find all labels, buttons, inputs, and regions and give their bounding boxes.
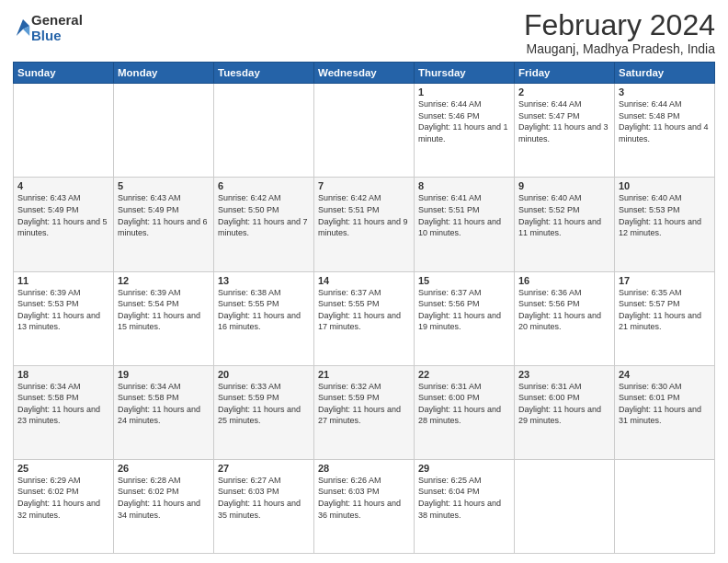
table-row: 13Sunrise: 6:38 AM Sunset: 5:55 PM Dayli…	[214, 271, 314, 365]
col-friday: Friday	[515, 63, 615, 84]
day-info: Sunrise: 6:42 AM Sunset: 5:50 PM Dayligh…	[218, 192, 310, 238]
day-info: Sunrise: 6:44 AM Sunset: 5:46 PM Dayligh…	[418, 98, 510, 144]
day-info: Sunrise: 6:32 AM Sunset: 5:59 PM Dayligh…	[318, 381, 410, 427]
day-info: Sunrise: 6:31 AM Sunset: 6:00 PM Dayligh…	[518, 381, 610, 427]
day-number: 24	[619, 369, 711, 380]
table-row	[214, 84, 314, 178]
day-info: Sunrise: 6:29 AM Sunset: 6:02 PM Dayligh…	[17, 475, 109, 521]
table-row: 24Sunrise: 6:30 AM Sunset: 6:01 PM Dayli…	[615, 365, 715, 459]
week-row-2: 11Sunrise: 6:39 AM Sunset: 5:53 PM Dayli…	[14, 271, 715, 365]
calendar-header-row: Sunday Monday Tuesday Wednesday Thursday…	[14, 63, 715, 84]
day-number: 16	[518, 275, 610, 286]
day-number: 8	[418, 180, 510, 191]
header-right: February 2024 Mauganj, Madhya Pradesh, I…	[524, 9, 715, 56]
day-info: Sunrise: 6:44 AM Sunset: 5:48 PM Dayligh…	[619, 98, 711, 144]
table-row	[14, 84, 114, 178]
day-number: 5	[118, 180, 210, 191]
week-row-4: 25Sunrise: 6:29 AM Sunset: 6:02 PM Dayli…	[14, 459, 715, 553]
day-info: Sunrise: 6:26 AM Sunset: 6:03 PM Dayligh…	[318, 475, 410, 521]
table-row: 22Sunrise: 6:31 AM Sunset: 6:00 PM Dayli…	[415, 365, 515, 459]
table-row: 2Sunrise: 6:44 AM Sunset: 5:47 PM Daylig…	[515, 84, 615, 178]
day-info: Sunrise: 6:39 AM Sunset: 5:54 PM Dayligh…	[118, 287, 210, 333]
day-number: 2	[518, 86, 610, 98]
header: General Blue February 2024 Mauganj, Madh…	[13, 9, 715, 56]
day-number: 7	[318, 180, 410, 191]
day-info: Sunrise: 6:37 AM Sunset: 5:55 PM Dayligh…	[318, 287, 410, 333]
logo-general-text: General	[31, 13, 83, 29]
calendar-title: February 2024	[524, 9, 715, 41]
col-wednesday: Wednesday	[314, 63, 415, 84]
table-row: 25Sunrise: 6:29 AM Sunset: 6:02 PM Dayli…	[14, 459, 114, 553]
day-number: 3	[619, 86, 711, 98]
day-number: 13	[218, 275, 310, 286]
table-row: 27Sunrise: 6:27 AM Sunset: 6:03 PM Dayli…	[214, 459, 314, 553]
table-row: 6Sunrise: 6:42 AM Sunset: 5:50 PM Daylig…	[214, 178, 314, 271]
table-row: 11Sunrise: 6:39 AM Sunset: 5:53 PM Dayli…	[14, 271, 114, 365]
day-number: 25	[17, 463, 109, 474]
logo-bird-icon	[15, 17, 31, 38]
day-number: 17	[619, 275, 711, 286]
table-row: 7Sunrise: 6:42 AM Sunset: 5:51 PM Daylig…	[314, 178, 415, 271]
week-row-0: 1Sunrise: 6:44 AM Sunset: 5:46 PM Daylig…	[14, 84, 715, 178]
table-row: 3Sunrise: 6:44 AM Sunset: 5:48 PM Daylig…	[615, 84, 715, 178]
day-number: 11	[17, 275, 109, 286]
day-info: Sunrise: 6:36 AM Sunset: 5:56 PM Dayligh…	[518, 287, 610, 333]
day-number: 14	[318, 275, 410, 286]
table-row	[515, 459, 615, 553]
day-number: 9	[518, 180, 610, 191]
table-row: 17Sunrise: 6:35 AM Sunset: 5:57 PM Dayli…	[615, 271, 715, 365]
table-row: 18Sunrise: 6:34 AM Sunset: 5:58 PM Dayli…	[14, 365, 114, 459]
calendar-table: Sunday Monday Tuesday Wednesday Thursday…	[13, 62, 715, 554]
day-info: Sunrise: 6:35 AM Sunset: 5:57 PM Dayligh…	[619, 287, 711, 333]
table-row: 12Sunrise: 6:39 AM Sunset: 5:54 PM Dayli…	[114, 271, 214, 365]
day-info: Sunrise: 6:39 AM Sunset: 5:53 PM Dayligh…	[17, 287, 109, 333]
day-info: Sunrise: 6:28 AM Sunset: 6:02 PM Dayligh…	[118, 475, 210, 521]
day-info: Sunrise: 6:40 AM Sunset: 5:52 PM Dayligh…	[518, 192, 610, 238]
col-thursday: Thursday	[415, 63, 515, 84]
col-monday: Monday	[114, 63, 214, 84]
table-row: 10Sunrise: 6:40 AM Sunset: 5:53 PM Dayli…	[615, 178, 715, 271]
day-info: Sunrise: 6:43 AM Sunset: 5:49 PM Dayligh…	[118, 192, 210, 238]
day-info: Sunrise: 6:27 AM Sunset: 6:03 PM Dayligh…	[218, 475, 310, 521]
day-info: Sunrise: 6:40 AM Sunset: 5:53 PM Dayligh…	[619, 192, 711, 238]
day-info: Sunrise: 6:34 AM Sunset: 5:58 PM Dayligh…	[17, 381, 109, 427]
day-number: 26	[118, 463, 210, 474]
day-number: 21	[318, 369, 410, 380]
day-info: Sunrise: 6:34 AM Sunset: 5:58 PM Dayligh…	[118, 381, 210, 427]
table-row: 1Sunrise: 6:44 AM Sunset: 5:46 PM Daylig…	[415, 84, 515, 178]
day-info: Sunrise: 6:31 AM Sunset: 6:00 PM Dayligh…	[418, 381, 510, 427]
day-number: 20	[218, 369, 310, 380]
day-number: 6	[218, 180, 310, 191]
day-number: 27	[218, 463, 310, 474]
week-row-3: 18Sunrise: 6:34 AM Sunset: 5:58 PM Dayli…	[14, 365, 715, 459]
table-row: 21Sunrise: 6:32 AM Sunset: 5:59 PM Dayli…	[314, 365, 415, 459]
day-info: Sunrise: 6:42 AM Sunset: 5:51 PM Dayligh…	[318, 192, 410, 238]
table-row	[114, 84, 214, 178]
day-number: 28	[318, 463, 410, 474]
day-number: 15	[418, 275, 510, 286]
table-row: 15Sunrise: 6:37 AM Sunset: 5:56 PM Dayli…	[415, 271, 515, 365]
col-sunday: Sunday	[14, 63, 114, 84]
day-info: Sunrise: 6:41 AM Sunset: 5:51 PM Dayligh…	[418, 192, 510, 238]
day-number: 1	[418, 86, 510, 98]
day-info: Sunrise: 6:38 AM Sunset: 5:55 PM Dayligh…	[218, 287, 310, 333]
day-number: 23	[518, 369, 610, 380]
day-number: 22	[418, 369, 510, 380]
table-row	[615, 459, 715, 553]
table-row: 14Sunrise: 6:37 AM Sunset: 5:55 PM Dayli…	[314, 271, 415, 365]
day-number: 29	[418, 463, 510, 474]
table-row: 23Sunrise: 6:31 AM Sunset: 6:00 PM Dayli…	[515, 365, 615, 459]
day-info: Sunrise: 6:25 AM Sunset: 6:04 PM Dayligh…	[418, 475, 510, 521]
table-row: 16Sunrise: 6:36 AM Sunset: 5:56 PM Dayli…	[515, 271, 615, 365]
calendar-subtitle: Mauganj, Madhya Pradesh, India	[524, 41, 715, 56]
day-number: 18	[17, 369, 109, 380]
day-number: 12	[118, 275, 210, 286]
table-row: 19Sunrise: 6:34 AM Sunset: 5:58 PM Dayli…	[114, 365, 214, 459]
day-info: Sunrise: 6:30 AM Sunset: 6:01 PM Dayligh…	[619, 381, 711, 427]
col-saturday: Saturday	[615, 63, 715, 84]
logo-blue-text: Blue	[31, 29, 83, 44]
day-number: 19	[118, 369, 210, 380]
logo-text: General Blue	[31, 13, 83, 43]
day-number: 4	[17, 180, 109, 191]
col-tuesday: Tuesday	[214, 63, 314, 84]
